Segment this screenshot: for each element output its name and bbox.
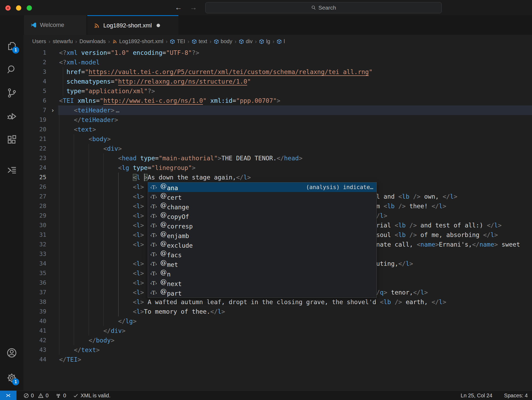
line-number[interactable]: 7 bbox=[23, 105, 46, 115]
breadcrumb-item[interactable]: Users bbox=[32, 38, 46, 44]
suggestion-item[interactable]: ‹T›@corresp bbox=[148, 221, 377, 230]
tab-welcome[interactable]: Welcome bbox=[24, 15, 87, 35]
modified-dot-icon[interactable] bbox=[157, 24, 160, 27]
suggestion-item[interactable]: ‹T›@exclude bbox=[148, 240, 377, 250]
line-number[interactable]: 25 bbox=[23, 173, 46, 182]
suggestion-item[interactable]: ‹T›@facs bbox=[148, 250, 377, 259]
editor[interactable]: 1<?xml version="1.0" encoding="UTF-8"?>2… bbox=[23, 48, 532, 390]
back-arrow-icon[interactable]: ← bbox=[173, 2, 184, 13]
minimize-window-button[interactable] bbox=[16, 5, 21, 11]
line-number[interactable]: 44 bbox=[23, 355, 46, 364]
account-button[interactable] bbox=[0, 343, 23, 362]
indentation-setting[interactable]: Spaces: 4 bbox=[504, 393, 528, 399]
suggestion-item[interactable]: ‹T›@cert bbox=[148, 192, 377, 202]
suggestion-item[interactable]: ‹T›@next bbox=[148, 278, 377, 288]
code-line[interactable]: 5 type="application/xml"?> bbox=[23, 86, 532, 96]
breadcrumb-item[interactable]: lg bbox=[259, 38, 270, 44]
breadcrumb-item[interactable]: div bbox=[239, 38, 253, 44]
line-number[interactable]: 28 bbox=[23, 201, 46, 211]
line-number[interactable]: 19 bbox=[23, 115, 46, 125]
line-number[interactable]: 6 bbox=[23, 96, 46, 105]
breadcrumb-item[interactable]: stewarfu bbox=[53, 38, 73, 44]
line-number[interactable]: 21 bbox=[23, 134, 46, 144]
line-number[interactable]: 4 bbox=[23, 77, 46, 86]
suggestion-item[interactable]: ‹T›@part bbox=[148, 288, 377, 297]
line-number[interactable]: 2 bbox=[23, 58, 46, 67]
code-line[interactable]: 4 schematypens="http://relaxng.org/ns/st… bbox=[23, 77, 532, 86]
line-number[interactable]: 41 bbox=[23, 326, 46, 336]
breadcrumb-item[interactable]: text bbox=[192, 38, 207, 44]
suggestion-item[interactable]: ‹T›@change bbox=[148, 202, 377, 211]
sidebar-item-extensions[interactable] bbox=[0, 130, 23, 149]
settings-button[interactable]: 1 bbox=[0, 368, 23, 387]
line-number[interactable]: 30 bbox=[23, 221, 46, 230]
line-number[interactable]: 1 bbox=[23, 48, 46, 58]
line-number[interactable]: 35 bbox=[23, 268, 46, 278]
sidebar-item-search[interactable] bbox=[0, 60, 23, 79]
suggestion-item[interactable]: ‹T›@enjamb bbox=[148, 230, 377, 240]
line-number[interactable]: 39 bbox=[23, 307, 46, 316]
maximize-window-button[interactable] bbox=[27, 5, 32, 11]
code-line[interactable]: 6<TEI xmlns="http://www.tei-c.org/ns/1.0… bbox=[23, 96, 532, 105]
suggestion-item[interactable]: ‹T›@met bbox=[148, 259, 377, 269]
sidebar-item-references[interactable] bbox=[0, 161, 23, 180]
cursor-position[interactable]: Ln 25, Col 24 bbox=[461, 393, 492, 399]
line-number[interactable]: 24 bbox=[23, 163, 46, 173]
breadcrumb-item[interactable]: TEI bbox=[170, 38, 185, 44]
code-line[interactable]: 19 </teiHeader> bbox=[23, 115, 532, 125]
suggestion-item[interactable]: ‹T›@n bbox=[148, 269, 377, 278]
code-line[interactable]: 2<?xml-model bbox=[23, 58, 532, 67]
suggestion-item[interactable]: ‹T›@ana(analysis) indicate… bbox=[148, 182, 377, 192]
line-number[interactable]: 32 bbox=[23, 240, 46, 249]
line-number[interactable]: 5 bbox=[23, 86, 46, 96]
code-line[interactable]: 41 </div> bbox=[23, 326, 532, 336]
line-number[interactable]: 37 bbox=[23, 288, 46, 297]
code-line[interactable]: 38 <l> A wafted autumn leaf, dropt in th… bbox=[23, 297, 532, 307]
line-number[interactable]: 31 bbox=[23, 230, 46, 240]
breadcrumb-item[interactable]: Log1892-short.xml bbox=[112, 38, 163, 44]
breadcrumb-item[interactable]: body bbox=[214, 38, 232, 44]
code-line[interactable]: 20 <text> bbox=[23, 125, 532, 134]
folded-region-ellipsis[interactable]: … bbox=[116, 107, 120, 114]
code-line[interactable]: 24 <lg type="linegroup"> bbox=[23, 163, 532, 173]
line-number[interactable]: 38 bbox=[23, 297, 46, 307]
code-line[interactable]: 42 </body> bbox=[23, 336, 532, 345]
ports-status[interactable]: 0 bbox=[55, 393, 66, 399]
line-number[interactable]: 36 bbox=[23, 278, 46, 288]
breadcrumb-item[interactable]: Downloads bbox=[79, 38, 106, 44]
code-line[interactable]: 25 <l >As down the stage again,</l> bbox=[23, 173, 532, 182]
line-number[interactable]: 26 bbox=[23, 182, 46, 192]
xml-valid-status[interactable]: XML is valid. bbox=[73, 393, 111, 399]
code-line[interactable]: 39 <l>To memory of thee.</l> bbox=[23, 307, 532, 316]
code-line[interactable]: 3 href="https://vault.tei-c.org/P5/curre… bbox=[23, 67, 532, 77]
suggestion-item[interactable]: ‹T›@copyOf bbox=[148, 211, 377, 221]
line-number[interactable]: 22 bbox=[23, 144, 46, 153]
line-number[interactable]: 34 bbox=[23, 259, 46, 268]
fold-chevron-icon[interactable]: › bbox=[48, 105, 57, 115]
forward-arrow-icon[interactable]: → bbox=[188, 2, 199, 13]
command-center-search[interactable]: Search bbox=[205, 2, 442, 13]
line-number[interactable]: 3 bbox=[23, 67, 46, 77]
line-number[interactable]: 29 bbox=[23, 211, 46, 221]
code-line[interactable]: 1<?xml version="1.0" encoding="UTF-8"?> bbox=[23, 48, 532, 58]
code-line[interactable]: 43 </text> bbox=[23, 345, 532, 355]
sidebar-item-source-control[interactable] bbox=[0, 83, 23, 103]
code-line[interactable]: 44</TEI> bbox=[23, 355, 532, 364]
line-number[interactable]: 43 bbox=[23, 345, 46, 355]
breadcrumb-item[interactable]: l bbox=[277, 38, 285, 44]
line-number[interactable]: 33 bbox=[23, 249, 46, 259]
problems-status[interactable]: 0 0 bbox=[23, 393, 48, 399]
line-number[interactable]: 23 bbox=[23, 153, 46, 163]
code-line[interactable]: 7› <teiHeader>… bbox=[23, 105, 532, 115]
line-number[interactable]: 42 bbox=[23, 336, 46, 345]
code-line[interactable]: 23 <head type="main-authorial">THE DEAD … bbox=[23, 153, 532, 163]
sidebar-item-explorer[interactable]: 1 bbox=[0, 36, 23, 56]
code-line[interactable]: 22 <div> bbox=[23, 144, 532, 153]
code-line[interactable]: 40 </lg> bbox=[23, 316, 532, 326]
line-number[interactable]: 27 bbox=[23, 192, 46, 201]
remote-indicator[interactable] bbox=[0, 391, 17, 400]
code-line[interactable]: 21 <body> bbox=[23, 134, 532, 144]
close-window-button[interactable] bbox=[5, 5, 11, 11]
tab-log1892-short-xml[interactable]: Log1892-short.xml bbox=[87, 15, 178, 35]
sidebar-item-run-debug[interactable] bbox=[0, 107, 23, 126]
